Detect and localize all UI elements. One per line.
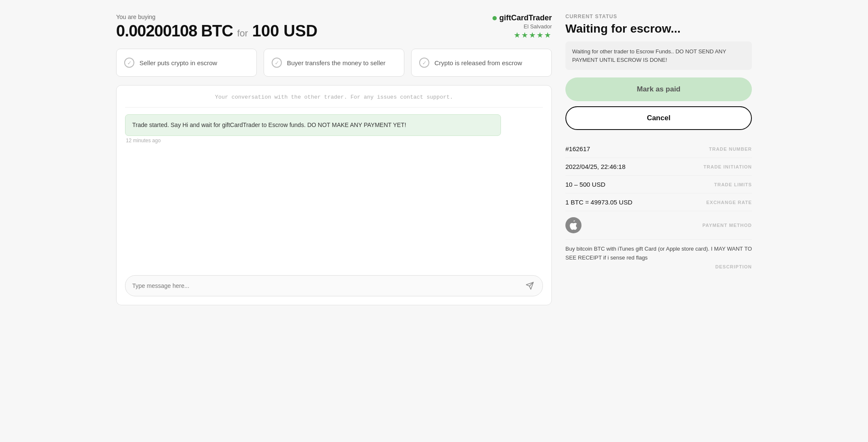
apple-logo-icon	[570, 221, 577, 230]
usd-amount: 100 USD	[252, 22, 317, 40]
send-icon	[526, 282, 534, 290]
trade-number-row: #162617 TRADE NUMBER	[565, 140, 752, 158]
mark-paid-button[interactable]: Mark as paid	[565, 77, 752, 101]
step-label-1: Seller puts crypto in escrow	[139, 58, 217, 67]
trader-location: El Salvador	[492, 23, 552, 30]
trader-stars: ★★★★★	[492, 30, 552, 40]
trade-limits-value: 10 – 500 USD	[565, 181, 605, 188]
current-status-label: CURRENT STATUS	[565, 14, 752, 19]
trade-limits-row: 10 – 500 USD TRADE LIMITS	[565, 176, 752, 193]
trade-number-value: #162617	[565, 145, 590, 152]
step-check-3: ✓	[419, 58, 429, 68]
send-button[interactable]	[524, 280, 536, 292]
description-label: DESCRIPTION	[565, 264, 752, 269]
step-label-2: Buyer transfers the money to seller	[287, 58, 386, 67]
chat-input[interactable]	[132, 282, 524, 289]
trade-initiation-label: TRADE INITIATION	[704, 164, 752, 169]
escrow-warning: Waiting for other trader to Escrow Funds…	[565, 41, 752, 70]
payment-method-row: PAYMENT METHOD	[565, 211, 752, 240]
chat-hint: Your conversation with the other trader.…	[125, 94, 543, 108]
step-check-1: ✓	[124, 58, 134, 68]
status-title: Waiting for escrow...	[565, 22, 752, 36]
trade-initiation-row: 2022/04/25, 22:46:18 TRADE INITIATION	[565, 158, 752, 176]
apple-icon	[565, 217, 581, 233]
chat-messages: Trade started. Say Hi and wait for giftC…	[125, 114, 543, 267]
chat-timestamp: 12 minutes ago	[126, 138, 543, 144]
chat-input-row[interactable]	[125, 275, 543, 296]
payment-method-label: PAYMENT METHOD	[702, 223, 752, 228]
step-label-3: Crypto is released from escrow	[434, 58, 522, 67]
exchange-rate-value: 1 BTC = 49973.05 USD	[565, 199, 632, 206]
exchange-rate-row: 1 BTC = 49973.05 USD EXCHANGE RATE	[565, 193, 752, 211]
trade-limits-label: TRADE LIMITS	[714, 182, 752, 187]
chat-container: Your conversation with the other trader.…	[116, 85, 552, 305]
chat-bubble: Trade started. Say Hi and wait for giftC…	[125, 114, 543, 144]
description-text: Buy bitcoin BTC with iTunes gift Card (o…	[565, 240, 752, 262]
step-card-2: ✓ Buyer transfers the money to seller	[264, 49, 404, 77]
step-card-1: ✓ Seller puts crypto in escrow	[116, 49, 257, 77]
exchange-rate-label: EXCHANGE RATE	[706, 200, 752, 205]
trade-initiation-value: 2022/04/25, 22:46:18	[565, 163, 626, 170]
online-dot	[492, 16, 497, 20]
steps-row: ✓ Seller puts crypto in escrow ✓ Buyer t…	[116, 49, 552, 77]
trader-name: giftCardTrader	[499, 14, 552, 22]
step-card-3: ✓ Crypto is released from escrow	[411, 49, 552, 77]
chat-bubble-text: Trade started. Say Hi and wait for giftC…	[125, 114, 501, 136]
description-section: Buy bitcoin BTC with iTunes gift Card (o…	[565, 240, 752, 269]
step-check-2: ✓	[272, 58, 282, 68]
for-label: for	[237, 28, 248, 39]
cancel-button[interactable]: Cancel	[565, 106, 752, 130]
trade-number-label: TRADE NUMBER	[709, 146, 752, 152]
you-are-buying-label: You are buying	[116, 14, 317, 20]
btc-amount: 0.00200108 BTC	[116, 22, 233, 40]
